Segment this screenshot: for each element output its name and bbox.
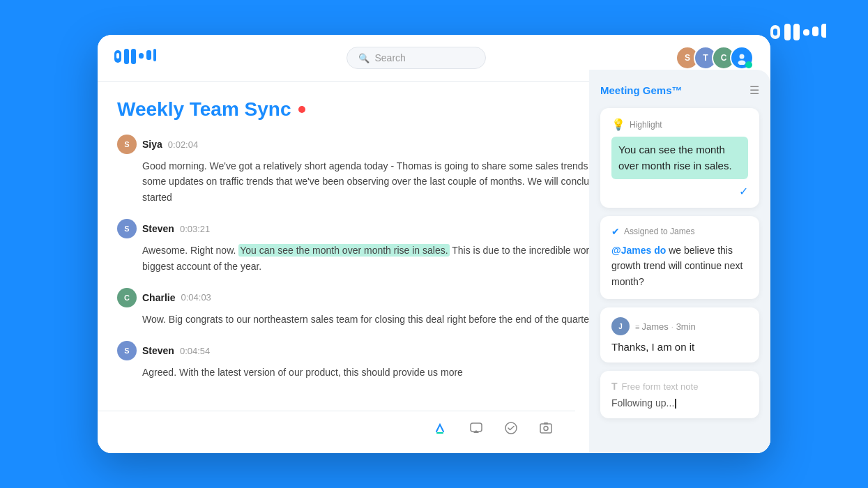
live-indicator [298,106,305,113]
top-right-logo [770,20,826,45]
gem-action-icon: ✔ [611,226,620,237]
bottom-toolbar [98,411,575,445]
gem-note-label: Free form text note [622,381,699,392]
search-icon: 🔍 [358,53,370,63]
speaker-time-charlie: 0:04:03 [181,292,211,303]
svg-rect-8 [116,53,119,59]
avatar-charlie: C [117,288,137,307]
gem-reply-header: J ≡ James · 3min [611,317,748,335]
speaker-name-siya: Siya [142,139,162,150]
search-bar[interactable]: 🔍 Search [347,47,486,69]
action-item-tool-button[interactable] [501,418,521,438]
highlight-tool-button[interactable] [432,418,451,438]
avatar-steven-2: S [117,341,137,360]
search-placeholder: Search [375,52,406,63]
svg-rect-1 [773,29,777,36]
gem-highlight-icon: 💡 [611,118,625,131]
gem-action-text: @James do we believe this growth trend w… [611,243,748,289]
meeting-title: Weekly Team Sync [117,98,291,121]
svg-rect-11 [139,53,144,59]
screenshot-tool-button[interactable] [536,418,556,438]
gem-highlight-check-icon[interactable]: ✓ [739,185,748,198]
gem-highlight-check-row: ✓ [611,185,748,198]
comment-tool-button[interactable] [466,418,486,438]
avatar-siya: S [117,135,137,154]
gem-action-label-row: ✔ Assigned to James [611,226,748,237]
gem-note-text[interactable]: Following up... [611,397,748,409]
gem-highlight-text: You can see the month over month rise in… [611,137,748,179]
svg-rect-3 [793,24,800,40]
gem-action-card: ✔ Assigned to James @James do we believe… [600,216,759,299]
gem-highlight-label: Highlight [630,120,662,130]
gem-note-content: Following up... [611,397,674,409]
highlighted-text: You can see the month over month rise in… [238,244,449,257]
gem-note-card[interactable]: T Free form text note Following up... [600,371,759,418]
gems-panel: Meeting Gems™ ☰ 💡 Highlight You can see … [589,70,770,453]
svg-rect-9 [124,49,129,64]
speaker-time-siya: 0:02:04 [168,139,198,150]
speaker-name-steven-1: Steven [142,223,174,234]
gem-reply-card: J ≡ James · 3min Thanks, I am on it [600,307,759,363]
gem-highlight-label-row: 💡 Highlight [611,118,748,131]
svg-rect-17 [436,432,443,434]
header-logo [114,47,156,68]
gem-note-label-row: T Free form text note [611,381,748,392]
svg-point-19 [505,422,517,434]
gem-reply-avatar: J [611,317,630,335]
gem-note-cursor [675,399,676,409]
svg-rect-5 [812,26,818,36]
speaker-time-steven-2: 0:04:54 [180,346,210,356]
svg-rect-22 [544,422,548,425]
svg-rect-20 [540,424,551,433]
svg-rect-12 [146,50,151,60]
svg-rect-13 [153,49,156,61]
gems-title: Meeting Gems™ [600,84,683,96]
gem-note-icon: T [611,381,618,392]
avatar-steven-1: S [117,219,137,238]
speaker-name-steven-2: Steven [142,345,174,356]
svg-rect-6 [821,24,826,38]
gems-header: Meeting Gems™ ☰ [600,81,759,100]
speaker-time-steven-1: 0:03:21 [180,224,210,234]
gem-action-label: Assigned to James [624,227,694,236]
gem-action-mention: @James do [611,245,666,256]
text-before-highlight: Awesome. Right now. [142,245,238,256]
gem-reply-text: Thanks, I am on it [611,341,748,353]
gem-reply-name-time: ≡ James · 3min [635,321,696,332]
header-avatars: S T C [676,46,754,70]
speaker-name-charlie: Charlie [142,292,175,303]
svg-point-15 [740,54,745,59]
svg-rect-4 [803,29,809,36]
gem-highlight-card: 💡 Highlight You can see the month over m… [600,108,759,208]
avatar-active [730,46,754,70]
svg-rect-10 [131,49,136,64]
gems-menu-icon[interactable]: ☰ [749,84,759,97]
gem-reply-name: ≡ James · 3min [635,321,696,332]
svg-rect-2 [784,24,791,40]
svg-point-21 [544,427,548,431]
